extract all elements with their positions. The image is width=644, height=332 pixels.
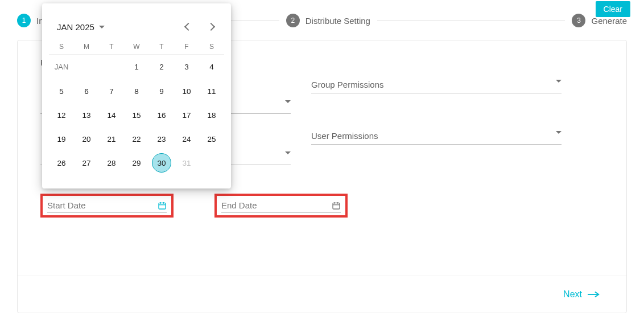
user-permissions-select[interactable]: User Permissions [311,129,562,145]
datepicker-day[interactable]: 24 [174,127,199,151]
datepicker-day[interactable]: 14 [99,103,124,127]
datepicker-grid: SMTWTFSJAN 12345678910111213141516171819… [44,38,229,175]
datepicker-day[interactable]: 13 [74,103,99,127]
chevron-down-icon [556,131,562,134]
user-permissions-label: User Permissions [311,129,562,145]
chevron-down-icon [285,151,291,154]
datepicker-day[interactable]: 27 [74,151,99,175]
calendar-icon[interactable] [158,201,167,210]
datepicker-day[interactable]: 12 [49,103,74,127]
step-1-circle: 1 [17,14,31,27]
group-permissions-select[interactable]: Group Permissions [311,77,562,93]
datepicker-day[interactable]: 18 [199,103,224,127]
datepicker-day [199,151,224,175]
step-2-label: Distribute Setting [306,16,370,26]
datepicker-day[interactable]: 10 [174,79,199,103]
datepicker-day[interactable]: 26 [49,151,74,175]
datepicker-day[interactable]: 30 [149,151,174,175]
datepicker-dow: S [49,38,74,55]
card-footer: Next [18,276,626,313]
datepicker-dow: M [74,38,99,55]
chevron-right-icon [207,23,215,31]
chevron-down-icon [285,100,291,103]
datepicker-dow: T [149,38,174,55]
svg-rect-4 [333,203,340,209]
step-divider [377,21,565,21]
datepicker-day[interactable]: 4 [199,55,224,79]
datepicker-day[interactable]: 17 [174,103,199,127]
chevron-down-icon [99,26,105,28]
datepicker-month-label: JAN [49,55,74,79]
datepicker-day[interactable]: 1 [124,55,149,79]
datepicker-day[interactable]: 15 [124,103,149,127]
calendar-icon[interactable] [332,201,341,210]
datepicker-day[interactable]: 19 [49,127,74,151]
step-2-circle: 2 [286,14,300,27]
datepicker-dow: W [124,38,149,55]
datepicker-month-year-button[interactable]: JAN 2025 [57,22,105,32]
datepicker-day: 31 [174,151,199,175]
datepicker-day[interactable]: 11 [199,79,224,103]
datepicker-popover: JAN 2025 SMTWTFSJAN 12345678910111213141… [42,3,231,188]
end-date-placeholder: End Date [221,200,257,210]
datepicker-month-year: JAN 2025 [57,22,94,32]
datepicker-day[interactable]: 8 [124,79,149,103]
datepicker-day[interactable]: 16 [149,103,174,127]
clear-button[interactable]: Clear [596,1,630,17]
step-2[interactable]: 2 Distribute Setting [286,14,370,27]
datepicker-day [99,55,124,79]
datepicker-dow: T [99,38,124,55]
svg-rect-0 [159,203,166,209]
datepicker-dow: S [199,38,224,55]
group-permissions-label: Group Permissions [311,77,562,93]
chevron-down-icon [556,80,562,83]
datepicker-day[interactable]: 2 [149,55,174,79]
datepicker-day[interactable]: 7 [99,79,124,103]
step-3-label: Generate [591,16,627,26]
next-label: Next [563,289,582,300]
end-date-field[interactable]: End Date [214,194,348,218]
datepicker-day[interactable]: 20 [74,127,99,151]
datepicker-day[interactable]: 9 [149,79,174,103]
datepicker-day[interactable]: 29 [124,151,149,175]
arrow-right-icon [588,291,600,298]
datepicker-day[interactable]: 23 [149,127,174,151]
datepicker-day[interactable]: 28 [99,151,124,175]
step-3-circle: 3 [572,14,585,27]
datepicker-day[interactable]: 5 [49,79,74,103]
datepicker-day[interactable]: 3 [174,55,199,79]
datepicker-dow: F [174,38,199,55]
chevron-left-icon [184,23,192,31]
datepicker-next-button[interactable] [205,19,217,35]
datepicker-day[interactable]: 25 [199,127,224,151]
start-date-placeholder: Start Date [47,200,86,210]
datepicker-prev-button[interactable] [182,19,195,35]
datepicker-day[interactable]: 21 [99,127,124,151]
start-date-field[interactable]: Start Date [40,194,174,218]
datepicker-day [74,55,99,79]
datepicker-day[interactable]: 6 [74,79,99,103]
datepicker-day[interactable]: 22 [124,127,149,151]
next-button[interactable]: Next [560,289,604,300]
